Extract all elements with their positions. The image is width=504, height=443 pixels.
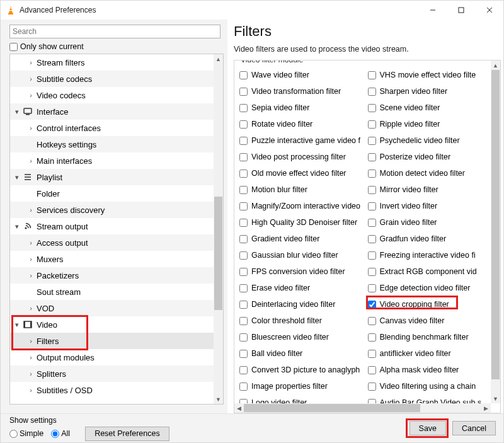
filter-checkbox-row[interactable]: Scene video filter bbox=[368, 100, 489, 116]
tree-item[interactable]: Sout stream bbox=[10, 284, 214, 300]
cancel-button[interactable]: Cancel bbox=[452, 421, 496, 435]
tree-item[interactable]: ›Control interfaces bbox=[10, 120, 214, 136]
filter-checkbox-row[interactable]: Blending benchmark filter bbox=[368, 329, 489, 345]
filter-checkbox[interactable] bbox=[239, 350, 248, 358]
filter-checkbox[interactable] bbox=[368, 366, 376, 374]
filter-checkbox[interactable] bbox=[368, 317, 376, 325]
filter-checkbox-row[interactable]: Puzzle interactive game video filter bbox=[239, 132, 360, 149]
filter-checkbox-row[interactable]: Audio Bar Graph Video sub s bbox=[368, 394, 489, 403]
filter-checkbox[interactable] bbox=[239, 333, 248, 342]
filter-checkbox-row[interactable]: Mirror video filter bbox=[368, 181, 489, 198]
filter-checkbox[interactable] bbox=[239, 120, 248, 129]
tree-category[interactable]: ▾Video bbox=[10, 316, 214, 333]
group-scrollbar-horizontal[interactable]: ◀ ▶ bbox=[234, 403, 491, 413]
tree-item[interactable]: ›Access output bbox=[10, 234, 214, 251]
tree-item[interactable]: ›Stream filters bbox=[10, 54, 214, 71]
scroll-right-icon[interactable]: ▶ bbox=[481, 403, 491, 413]
tree-item[interactable]: ›Splitters bbox=[10, 365, 214, 382]
filter-checkbox-row[interactable]: FPS conversion video filter bbox=[239, 263, 360, 280]
group-scroll-thumb-v[interactable] bbox=[491, 70, 500, 379]
filter-checkbox[interactable] bbox=[239, 88, 248, 96]
filter-checkbox[interactable] bbox=[239, 251, 248, 260]
filter-checkbox[interactable] bbox=[368, 251, 376, 260]
tree-item[interactable]: Hotkeys settings bbox=[10, 136, 214, 152]
filter-checkbox-row[interactable]: Motion blur filter bbox=[239, 181, 360, 198]
filter-checkbox[interactable] bbox=[239, 104, 248, 112]
filter-checkbox[interactable] bbox=[239, 170, 248, 178]
filter-checkbox-row[interactable]: Canvas video filter bbox=[368, 313, 489, 329]
filter-checkbox-row[interactable]: VHS movie effect video filte bbox=[368, 67, 489, 83]
tree-item[interactable]: Folder bbox=[10, 185, 214, 202]
filter-checkbox[interactable] bbox=[239, 186, 248, 194]
filter-checkbox-row[interactable]: Color threshold filter bbox=[239, 313, 360, 329]
filter-checkbox-row[interactable]: Deinterlacing video filter bbox=[239, 296, 360, 313]
tree-scrollbar[interactable]: ▲ ▼ bbox=[214, 54, 223, 404]
tree-item[interactable]: ›Muxers bbox=[10, 251, 214, 267]
close-button[interactable] bbox=[475, 1, 503, 20]
tree-item[interactable]: ›Packetizers bbox=[10, 267, 214, 284]
filter-checkbox[interactable] bbox=[239, 383, 248, 391]
filter-checkbox[interactable] bbox=[368, 301, 376, 309]
reset-preferences-button[interactable]: Reset Preferences bbox=[85, 427, 169, 441]
filter-checkbox[interactable] bbox=[368, 137, 376, 145]
filter-checkbox-row[interactable]: Invert video filter bbox=[368, 198, 489, 214]
filter-checkbox-row[interactable]: Freezing interactive video fi bbox=[368, 247, 489, 263]
filter-checkbox-row[interactable]: Logo video filter bbox=[239, 394, 360, 403]
filter-checkbox-row[interactable]: Video filtering using a chain bbox=[368, 378, 489, 394]
filter-checkbox[interactable] bbox=[368, 88, 376, 96]
filter-checkbox-row[interactable]: Erase video filter bbox=[239, 280, 360, 296]
filter-checkbox[interactable] bbox=[368, 71, 376, 79]
scroll-down-icon[interactable]: ▼ bbox=[214, 394, 223, 404]
show-settings-all[interactable]: All bbox=[51, 429, 70, 438]
search-input[interactable] bbox=[9, 25, 220, 38]
filter-checkbox[interactable] bbox=[239, 317, 248, 325]
only-show-current[interactable]: Only show current bbox=[9, 42, 227, 51]
tree-item[interactable]: ›Video codecs bbox=[10, 87, 214, 103]
tree-item[interactable]: ›Subtitle codecs bbox=[10, 71, 214, 87]
filter-checkbox[interactable] bbox=[239, 235, 248, 243]
tree-item[interactable]: ›Filters bbox=[10, 333, 214, 349]
filter-checkbox[interactable] bbox=[368, 120, 376, 129]
filter-checkbox-row[interactable]: Grain video filter bbox=[368, 214, 489, 231]
filter-checkbox[interactable] bbox=[239, 153, 248, 161]
filter-checkbox-row[interactable]: Gradient video filter bbox=[239, 231, 360, 247]
filter-checkbox-row[interactable]: Video post processing filter bbox=[239, 149, 360, 165]
minimize-button[interactable] bbox=[418, 1, 447, 20]
filter-checkbox[interactable] bbox=[239, 284, 248, 292]
filter-checkbox-row[interactable]: Extract RGB component vid bbox=[368, 263, 489, 280]
filter-checkbox[interactable] bbox=[239, 219, 248, 227]
filter-checkbox[interactable] bbox=[368, 399, 376, 404]
filter-checkbox-row[interactable]: Image properties filter bbox=[239, 378, 360, 394]
show-settings-simple[interactable]: Simple bbox=[9, 429, 43, 438]
filter-checkbox[interactable] bbox=[239, 137, 248, 145]
filter-checkbox-row[interactable]: Video cropping filter bbox=[368, 296, 489, 313]
filter-checkbox-row[interactable]: antiflicker video filter bbox=[368, 345, 489, 362]
filter-checkbox[interactable] bbox=[239, 71, 248, 79]
group-scrollbar-vertical[interactable]: ▲ ▼ bbox=[491, 60, 500, 403]
filter-checkbox[interactable] bbox=[368, 202, 376, 210]
tree-item[interactable]: ›Subtitles / OSD bbox=[10, 382, 214, 398]
filter-checkbox[interactable] bbox=[368, 284, 376, 292]
filter-checkbox[interactable] bbox=[239, 366, 248, 374]
scroll-up-icon[interactable]: ▲ bbox=[491, 60, 500, 70]
filter-checkbox-row[interactable]: Alpha mask video filter bbox=[368, 362, 489, 378]
filter-checkbox-row[interactable]: Gradfun video filter bbox=[368, 231, 489, 247]
filter-checkbox[interactable] bbox=[368, 268, 376, 276]
tree-item[interactable]: ›Output modules bbox=[10, 349, 214, 365]
only-show-current-checkbox[interactable] bbox=[9, 43, 18, 51]
filter-checkbox-row[interactable]: Rotate video filter bbox=[239, 116, 360, 132]
filter-checkbox[interactable] bbox=[368, 350, 376, 358]
filter-checkbox-row[interactable]: Magnify/Zoom interactive video filter bbox=[239, 198, 360, 214]
filter-checkbox-row[interactable]: Video transformation filter bbox=[239, 83, 360, 100]
tree-category[interactable]: ▾Stream output bbox=[10, 218, 214, 234]
filter-checkbox-row[interactable]: Motion detect video filter bbox=[368, 165, 489, 181]
filter-checkbox-row[interactable]: Ripple video filter bbox=[368, 116, 489, 132]
filter-checkbox-row[interactable]: Posterize video filter bbox=[368, 149, 489, 165]
filter-checkbox[interactable] bbox=[368, 235, 376, 243]
filter-checkbox[interactable] bbox=[368, 153, 376, 161]
filter-checkbox-row[interactable]: Ball video filter bbox=[239, 345, 360, 362]
scroll-down-icon[interactable]: ▼ bbox=[491, 394, 500, 403]
filter-checkbox-row[interactable]: Wave video filter bbox=[239, 67, 360, 83]
filter-checkbox-row[interactable]: Convert 3D picture to anaglyph image vid… bbox=[239, 362, 360, 378]
filter-checkbox[interactable] bbox=[368, 170, 376, 178]
